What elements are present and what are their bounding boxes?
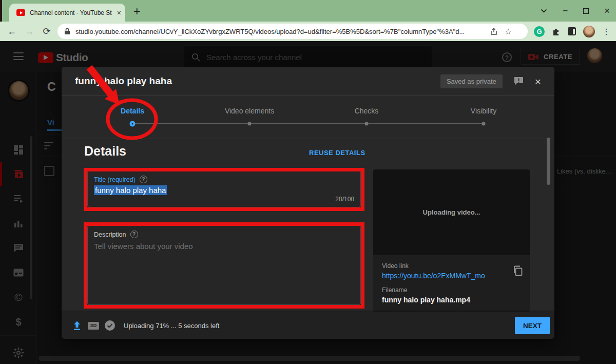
- title-help-icon[interactable]: ?: [140, 176, 147, 183]
- dialog-title: funny halo play haha: [75, 75, 172, 87]
- step-dot-details[interactable]: [130, 121, 136, 127]
- next-button[interactable]: NEXT: [515, 317, 550, 334]
- dialog-footer: SD Uploading 71% ... 5 seconds left NEXT: [62, 312, 554, 339]
- step-dot-visibility[interactable]: [482, 122, 486, 126]
- reload-button[interactable]: ⟳: [38, 26, 55, 37]
- forward-button[interactable]: →: [21, 26, 38, 37]
- description-field[interactable]: Description ? Tell viewers about your vi…: [87, 225, 361, 305]
- bookmark-star-icon[interactable]: ☆: [505, 27, 512, 36]
- description-field-label: Description: [94, 231, 126, 238]
- step-visibility[interactable]: Visibility: [471, 107, 496, 115]
- description-placeholder: Tell viewers about your video: [94, 242, 354, 251]
- video-preview: Uploading video...: [373, 169, 530, 255]
- checks-done-icon: [105, 320, 115, 331]
- stepper-line: [132, 123, 484, 124]
- dialog-header: funny halo play haha Saved as private ×: [62, 67, 554, 96]
- tab-search-chevron-icon[interactable]: [541, 9, 547, 13]
- window-controls: – ×: [541, 0, 610, 22]
- title-field-value: funny halo play haha: [94, 185, 167, 195]
- dialog-scrollbar[interactable]: [547, 138, 550, 185]
- browser-window: Channel content - YouTube Studi × + – × …: [0, 0, 616, 364]
- step-checks[interactable]: Checks: [355, 107, 379, 115]
- video-link-url[interactable]: https://youtu.be/o2ExMMwT_mo: [382, 272, 521, 280]
- filename-value: funny halo play haha.mp4: [382, 296, 521, 304]
- grammarly-extension-icon[interactable]: G: [534, 26, 545, 37]
- status-badge: Saved as private: [440, 74, 503, 88]
- video-preview-panel: Uploading video... Video link https://yo…: [373, 169, 530, 312]
- title-field-label: Title (required): [94, 176, 136, 183]
- upload-dialog: funny halo play haha Saved as private × …: [62, 67, 554, 339]
- tab-close-icon[interactable]: ×: [117, 9, 121, 16]
- upload-arrow-icon: [72, 321, 82, 331]
- video-info-panel: Video link https://youtu.be/o2ExMMwT_mo …: [373, 255, 530, 312]
- upload-progress-text: Uploading 71% ... 5 seconds left: [124, 322, 219, 330]
- upload-status-text: Uploading video...: [423, 208, 480, 216]
- video-link-label: Video link: [382, 262, 521, 270]
- browser-toolbar: ← → ⟳ studio.youtube.com/channel/UCvY_il…: [0, 22, 616, 41]
- sd-quality-badge: SD: [88, 322, 99, 330]
- send-feedback-icon[interactable]: [514, 76, 524, 86]
- youtube-favicon-icon: [16, 9, 25, 16]
- step-details[interactable]: Details: [121, 107, 144, 115]
- extensions-area: G ⋮: [534, 26, 610, 37]
- copy-link-icon[interactable]: [513, 265, 523, 276]
- address-bar[interactable]: studio.youtube.com/channel/UCvY_ilCkXoZY…: [57, 24, 528, 39]
- back-button[interactable]: ←: [3, 26, 21, 37]
- details-section-heading: Details: [84, 144, 126, 159]
- browser-titlebar: Channel content - YouTube Studi × + – ×: [0, 0, 616, 22]
- share-icon[interactable]: [490, 28, 498, 35]
- filename-label: Filename: [382, 286, 521, 294]
- minimize-button[interactable]: –: [563, 6, 567, 16]
- maximize-button[interactable]: [583, 8, 589, 14]
- side-panel-icon[interactable]: [568, 27, 576, 35]
- browser-menu-icon[interactable]: ⋮: [602, 27, 610, 36]
- title-field[interactable]: Title (required) ? funny halo play haha …: [87, 170, 361, 207]
- new-tab-button[interactable]: +: [133, 5, 140, 18]
- browser-tab[interactable]: Channel content - YouTube Studi ×: [9, 4, 125, 22]
- browser-profile-avatar[interactable]: [583, 26, 595, 37]
- title-char-counter: 20/100: [335, 196, 354, 203]
- extensions-puzzle-icon[interactable]: [552, 27, 561, 36]
- step-dot-video-elements[interactable]: [248, 122, 252, 126]
- stepper-divider: [62, 139, 554, 139]
- description-help-icon[interactable]: ?: [130, 231, 138, 238]
- tab-title: Channel content - YouTube Studi: [30, 9, 112, 16]
- step-dot-checks[interactable]: [365, 122, 369, 126]
- reuse-details-button[interactable]: REUSE DETAILS: [309, 149, 365, 157]
- url-text: studio.youtube.com/channel/UCvY_ilCkXoZY…: [75, 28, 486, 35]
- window-close-button[interactable]: ×: [604, 5, 610, 16]
- dialog-close-icon[interactable]: ×: [535, 76, 541, 87]
- step-video-elements[interactable]: Video elements: [225, 107, 274, 115]
- lock-icon: [64, 28, 70, 35]
